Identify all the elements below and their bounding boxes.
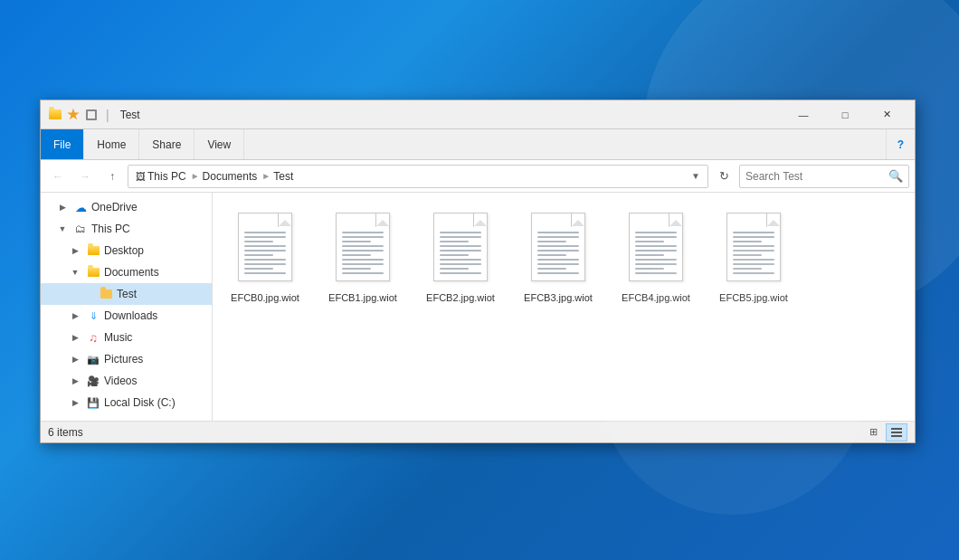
document-shape (726, 213, 781, 281)
file-name: EFCB0.jpg.wiot (231, 292, 299, 304)
sidebar-item-documents[interactable]: ▼ Documents (41, 261, 212, 283)
sidebar: ▶ ☁ OneDrive ▼ 🗂 This PC ▶ Desktop ▼ (41, 193, 213, 421)
doc-line (537, 272, 579, 274)
title-bar-icons: | (48, 108, 113, 122)
address-path[interactable]: 🖼 This PC ► Documents ► Test ▼ (128, 165, 708, 188)
pictures-icon: 📷 (86, 352, 100, 366)
doc-line (440, 259, 481, 261)
doc-line (440, 245, 481, 247)
ribbon-spacer (244, 129, 886, 159)
cloud-icon: ☁ (73, 200, 88, 214)
expand-arrow: ▶ (68, 395, 82, 410)
file-item[interactable]: EFCB2.jpg.wiot (415, 200, 506, 311)
up-button[interactable]: ↑ (100, 165, 124, 188)
doc-line (440, 268, 469, 270)
view-large-icons-button[interactable]: ⊞ (862, 423, 884, 441)
doc-line (244, 232, 286, 233)
doc-line (440, 272, 481, 274)
file-explorer-window: | Test — □ ✕ File Home Share View ? ← → … (40, 100, 916, 443)
doc-line (244, 236, 286, 238)
doc-line (537, 268, 566, 270)
doc-lines (440, 232, 481, 274)
expand-arrow: ▶ (68, 243, 82, 258)
sidebar-item-test[interactable]: Test (41, 283, 212, 305)
doc-line (635, 245, 677, 247)
expand-arrow: ▶ (68, 308, 82, 323)
doc-line (342, 259, 384, 261)
doc-line (440, 241, 469, 242)
doc-lines (244, 232, 286, 274)
doc-line (635, 254, 664, 256)
doc-line (244, 241, 273, 242)
expand-arrow: ▶ (68, 374, 82, 388)
maximize-button[interactable]: □ (824, 100, 866, 129)
path-dropdown-arrow[interactable]: ▼ (691, 171, 700, 181)
doc-line (635, 263, 677, 265)
test-folder-icon (99, 287, 113, 301)
view-details-button[interactable] (886, 423, 907, 441)
forward-button[interactable]: → (73, 165, 97, 188)
doc-line (635, 268, 664, 270)
doc-line (440, 254, 469, 256)
document-shape (629, 213, 683, 281)
doc-lines (635, 232, 677, 274)
sidebar-item-videos[interactable]: ▶ 🎥 Videos (41, 370, 212, 392)
folder-icon (86, 243, 100, 258)
doc-line (537, 259, 579, 261)
doc-line (342, 241, 371, 242)
doc-line (342, 245, 384, 247)
doc-line (244, 254, 273, 256)
music-icon: ♫ (86, 330, 100, 345)
file-item[interactable]: EFCB3.jpg.wiot (513, 200, 603, 311)
file-item[interactable]: EFCB4.jpg.wiot (611, 200, 701, 311)
doc-line (733, 263, 774, 265)
file-name: EFCB2.jpg.wiot (426, 292, 495, 304)
doc-line (537, 232, 579, 233)
tab-home[interactable]: Home (84, 129, 139, 159)
pc-icon: 🗂 (73, 222, 88, 236)
document-shape (433, 213, 488, 281)
doc-line (342, 232, 384, 233)
doc-line (537, 254, 566, 256)
title-separator: | (106, 108, 109, 122)
sidebar-item-pictures[interactable]: ▶ 📷 Pictures (41, 348, 212, 370)
sidebar-item-downloads[interactable]: ▶ ⇓ Downloads (41, 305, 212, 327)
doc-line (733, 236, 774, 238)
doc-line (635, 236, 677, 238)
sidebar-item-music[interactable]: ▶ ♫ Music (41, 327, 212, 348)
file-item[interactable]: EFCB5.jpg.wiot (708, 200, 799, 311)
downloads-icon: ⇓ (86, 308, 100, 323)
file-item[interactable]: EFCB0.jpg.wiot (220, 200, 310, 311)
file-item[interactable]: EFCB1.jpg.wiot (318, 200, 408, 311)
doc-line (244, 263, 286, 265)
refresh-button[interactable]: ↻ (712, 165, 736, 188)
file-icon (330, 207, 395, 287)
minimize-button[interactable]: — (783, 100, 824, 129)
expand-arrow: ▼ (55, 222, 70, 236)
sidebar-item-onedrive[interactable]: ▶ ☁ OneDrive (41, 196, 212, 218)
status-bar: 6 items ⊞ (41, 421, 915, 442)
back-button[interactable]: ← (46, 165, 70, 188)
search-icon[interactable]: 🔍 (888, 169, 903, 183)
expand-arrow: ▶ (55, 200, 70, 214)
doc-lines (537, 232, 579, 274)
doc-line (440, 232, 481, 233)
tab-view[interactable]: View (195, 129, 244, 159)
search-input[interactable] (745, 170, 888, 183)
file-icon (428, 207, 493, 287)
svg-rect-1 (891, 432, 902, 433)
window-controls: — □ ✕ (783, 100, 907, 129)
file-name: EFCB5.jpg.wiot (719, 292, 788, 304)
sidebar-item-desktop[interactable]: ▶ Desktop (41, 240, 212, 261)
tab-share[interactable]: Share (139, 129, 195, 159)
sidebar-item-localdisk[interactable]: ▶ 💾 Local Disk (C:) (41, 392, 212, 413)
open-folder-icon (86, 265, 100, 280)
help-button[interactable]: ? (886, 129, 915, 159)
sidebar-item-thispc[interactable]: ▼ 🗂 This PC (41, 218, 212, 240)
close-button[interactable]: ✕ (866, 100, 907, 129)
file-name: EFCB4.jpg.wiot (622, 292, 690, 304)
doc-line (244, 250, 286, 252)
window-folder-icon (48, 108, 62, 122)
search-box[interactable]: 🔍 (739, 165, 909, 188)
tab-file[interactable]: File (41, 129, 84, 159)
